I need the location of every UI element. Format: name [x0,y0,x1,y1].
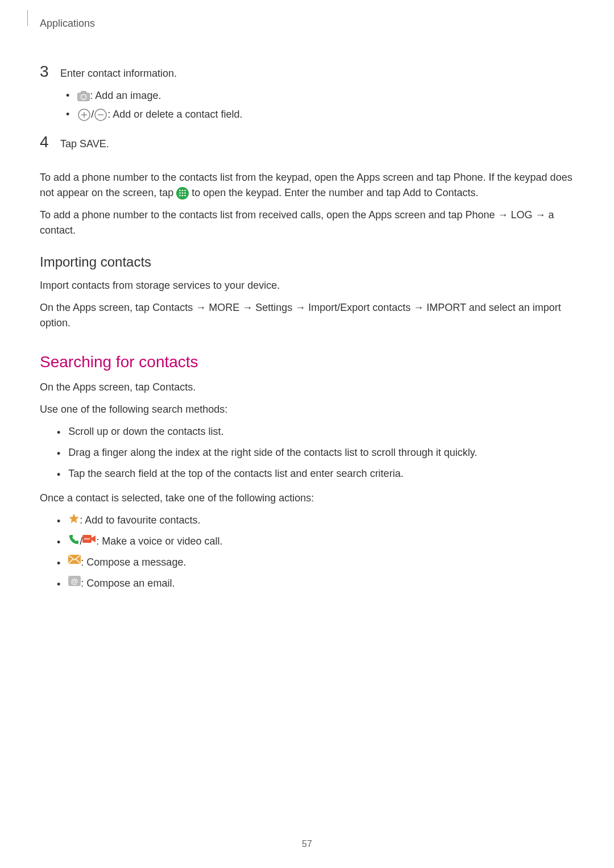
svg-point-21 [89,538,90,540]
star-icon [68,513,80,524]
bullet-text: : Add an image. [90,88,161,103]
paragraph-actions: Once a contact is selected, take one of … [40,491,574,506]
document-page: Applications 3 Enter contact information… [0,0,614,868]
paragraph-keypad: To add a phone number to the contacts li… [40,170,574,201]
importexport-label: Import/Export contacts [308,302,410,313]
email-icon: @ [68,576,81,586]
arrow: → [292,302,308,313]
bullet-text: Drag a finger along the index at the rig… [68,445,477,460]
bullet-dot: • [57,467,60,483]
bullet-dot: • [57,514,60,529]
paragraph-import-2: On the Apps screen, tap Contacts → MORE … [40,300,574,331]
plus-circle-icon [77,108,91,122]
bullet-dot: • [57,425,60,441]
header-divider [27,10,28,26]
bullet-text: : Make a voice or video call. [96,534,222,549]
paragraph-import-1: Import contacts from storage services to… [40,278,574,293]
list-item: • Tap the search field at the top of the… [57,466,574,483]
arrow: → [495,209,511,221]
contacts-label: Contacts [152,381,193,393]
step-4: 4 Tap SAVE. [40,130,574,154]
svg-point-20 [86,538,88,540]
message-icon [68,555,81,565]
step-3: 3 Enter contact information. [40,60,574,84]
bullet-text: : Compose an email. [81,576,175,591]
svg-rect-1 [81,91,86,93]
list-item: • / : Make a voice or video call. [57,534,574,550]
step-number: 3 [40,60,52,84]
log-label: LOG [511,209,533,221]
bullet-add-image: • : Add an image. [66,88,574,103]
list-item: • @ : Compose an email. [57,576,574,592]
step-content: Tap SAVE. [60,134,574,152]
bullet-dot: • [57,535,60,550]
contact-actions: • : Add to favourite contacts. • / [57,513,574,592]
step3-sub-bullets: • : Add an image. • / [66,88,574,122]
text: . [476,187,479,198]
step-content: Enter contact information. [60,64,574,81]
text: to open the keypad. Enter the number and… [189,187,403,198]
text: . [193,381,196,393]
bullet-dot: • [57,556,60,571]
contacts-label: Contacts [152,302,193,313]
settings-label: Settings [255,302,292,313]
svg-point-9 [179,190,181,192]
heading-searching: Searching for contacts [40,350,574,374]
import-label: IMPORT [426,302,466,313]
bullet-dot: • [66,107,69,122]
step-number: 4 [40,130,52,154]
list-item: • Scroll up or down the contacts list. [57,424,574,441]
text: On the Apps screen, tap [40,302,152,313]
svg-text:@: @ [71,577,78,585]
svg-point-11 [184,190,186,192]
page-number: 57 [0,837,614,851]
paragraph-search-1: On the Apps screen, tap Contacts. [40,380,574,395]
search-methods: • Scroll up or down the contacts list. •… [57,424,574,483]
bullet-text: Scroll up or down the contacts list. [68,424,223,439]
arrow: → [410,302,426,313]
list-item: • : Compose a message. [57,555,574,571]
bullet-text: : Compose a message. [81,555,186,570]
phone-label: Phone [453,172,483,183]
svg-point-19 [85,538,86,540]
bullet-text: : Add to favourite contacts. [80,513,200,528]
arrow: → [193,302,209,313]
text: Tap [60,138,80,149]
svg-point-17 [184,195,186,197]
text: On the Apps screen, tap [40,381,152,393]
svg-point-16 [182,195,184,197]
bullet-dot: • [57,446,60,462]
list-item: • Drag a finger along the index at the r… [57,445,574,462]
svg-point-10 [182,190,184,192]
camera-icon [77,91,90,101]
svg-point-14 [184,192,186,194]
save-label: SAVE [80,138,106,149]
svg-point-15 [179,195,181,197]
svg-point-12 [179,192,181,194]
phone-icon [68,534,80,545]
more-label: MORE [209,302,239,313]
text: To add a phone number to the contacts li… [40,172,453,183]
video-call-icon [82,534,96,544]
phone-label: Phone [465,209,495,221]
breadcrumb: Applications [40,16,574,31]
bullet-dot: • [57,577,60,592]
bullet-dot: • [66,88,69,103]
text: To add a phone number to the contacts li… [40,209,465,221]
bullet-text: Tap the search field at the top of the c… [68,466,403,481]
minus-circle-icon [94,108,107,122]
keypad-icon [176,187,189,200]
paragraph-received: To add a phone number to the contacts li… [40,207,574,238]
svg-point-13 [182,192,184,194]
paragraph-search-2: Use one of the following search methods: [40,402,574,417]
bullet-add-delete-field: • / : Add or delete a contact field. [66,107,574,122]
text: . [106,138,109,149]
heading-importing: Importing contacts [40,252,574,272]
arrow: → [239,302,255,313]
list-item: • : Add to favourite contacts. [57,513,574,529]
bullet-text: : Add or delete a contact field. [107,107,242,122]
add-to-contacts-label: Add to Contacts [403,187,475,198]
